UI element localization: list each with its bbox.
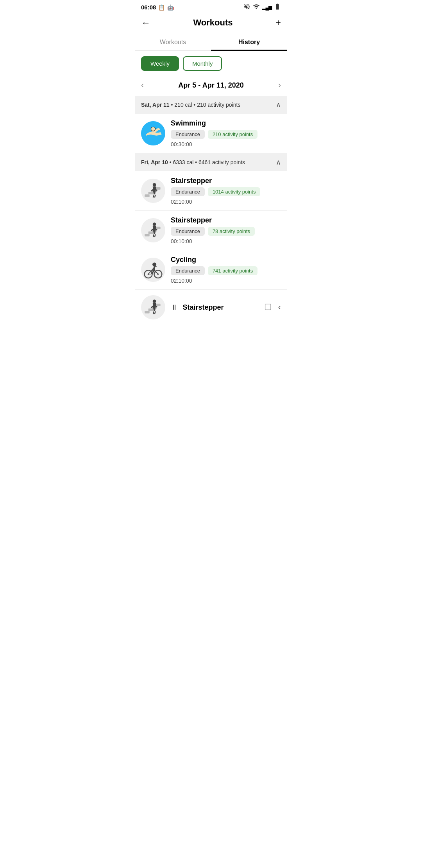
svg-point-33: [153, 299, 156, 303]
svg-rect-29: [145, 311, 149, 313]
collapse-fri[interactable]: ∧: [276, 158, 281, 167]
day-section-sat-apr-11: Sat, Apr 11 • 210 cal • 210 activity poi…: [135, 96, 287, 153]
svg-point-27: [152, 262, 156, 266]
battery-icon: [274, 3, 281, 11]
add-button[interactable]: +: [275, 18, 281, 27]
workout-item-swimming[interactable]: Swimming Endurance 210 activity points 0…: [135, 114, 287, 153]
stairstepper-3-name: Stairstepper: [182, 303, 224, 311]
next-week-button[interactable]: ›: [278, 80, 281, 90]
status-time: 06:08: [141, 4, 156, 11]
filter-weekly[interactable]: Weekly: [141, 56, 179, 71]
cycling-name: Cycling: [171, 256, 281, 264]
svg-rect-5: [145, 194, 149, 197]
day-points-sat: 210 activity points: [197, 102, 240, 108]
filter-row: Weekly Monthly: [135, 51, 287, 76]
stairstepper-2-duration: 00:10:00: [171, 238, 281, 244]
date-navigation: ‹ Apr 5 - Apr 11, 2020 ›: [135, 76, 287, 96]
svg-rect-16: [141, 258, 165, 282]
wifi-icon: [253, 3, 260, 11]
tab-history[interactable]: History: [211, 34, 287, 50]
stairstepper-2-category: Endurance: [171, 227, 205, 236]
pause-icon[interactable]: ⏸: [171, 303, 178, 311]
stairstepper-2-avatar: [141, 218, 165, 242]
day-header-sat: Sat, Apr 11 • 210 cal • 210 activity poi…: [135, 96, 287, 114]
tabs-container: Workouts History: [135, 34, 287, 51]
cycling-tags: Endurance 741 activity points: [171, 266, 281, 275]
swimming-duration: 00:30:00: [171, 141, 281, 147]
svg-point-2: [151, 127, 155, 131]
stairstepper-1-tags: Endurance 1014 activity points: [171, 187, 281, 196]
mute-icon: [243, 3, 250, 11]
android-icon: 🤖: [167, 4, 174, 11]
workout-item-cycling[interactable]: Cycling Endurance 741 activity points 02…: [135, 250, 287, 290]
stairstepper-2-points: 78 activity points: [208, 227, 255, 236]
workout-item-stairstepper-2[interactable]: Stairstepper Endurance 78 activity point…: [135, 211, 287, 250]
signal-icon: ▂▄▆: [262, 5, 272, 10]
svg-point-15: [153, 222, 156, 226]
cycling-category: Endurance: [171, 266, 205, 275]
day-header-fri: Fri, Apr 10 • 6333 cal • 6461 activity p…: [135, 153, 287, 171]
status-bar: 06:08 📋 🤖 ▂▄▆: [135, 0, 287, 13]
day-section-fri-apr-10: Fri, Apr 10 • 6333 cal • 6461 activity p…: [135, 153, 287, 323]
stairstepper-1-info: Stairstepper Endurance 1014 activity poi…: [171, 177, 281, 205]
day-points-fri: 6461 activity points: [198, 159, 245, 165]
svg-rect-32: [156, 304, 160, 306]
stairstepper-1-points: 1014 activity points: [208, 187, 261, 196]
day-cal-sat: 210 cal: [174, 102, 192, 108]
svg-rect-6: [148, 192, 153, 194]
svg-rect-30: [148, 308, 153, 311]
swimming-points: 210 activity points: [208, 130, 257, 139]
svg-rect-14: [156, 227, 160, 229]
cycling-avatar: [141, 258, 165, 282]
workout-item-stairstepper-1[interactable]: Stairstepper Endurance 1014 activity poi…: [135, 171, 287, 211]
day-label-fri: Fri, Apr 10: [141, 159, 168, 165]
stairstepper-1-duration: 02:10:00: [171, 199, 281, 205]
checkbox-icon[interactable]: ☐: [264, 302, 272, 312]
page-title: Workouts: [193, 18, 232, 28]
top-bar: ← Workouts +: [135, 13, 287, 34]
swimming-tags: Endurance 210 activity points: [171, 130, 281, 139]
stairstepper-1-avatar: [141, 179, 165, 203]
stairstepper-3-info: ⏸ Stairstepper ☐ ‹: [171, 302, 281, 312]
date-range-label: Apr 5 - Apr 11, 2020: [178, 81, 243, 90]
svg-point-9: [153, 183, 156, 187]
svg-rect-11: [145, 234, 149, 236]
tab-workouts[interactable]: Workouts: [135, 34, 211, 50]
stairstepper-1-category: Endurance: [171, 187, 205, 196]
stairstepper-3-avatar: [141, 295, 165, 319]
swimming-info: Swimming Endurance 210 activity points 0…: [171, 119, 281, 147]
filter-monthly[interactable]: Monthly: [183, 56, 222, 71]
workout-item-stairstepper-3-partial[interactable]: ⏸ Stairstepper ☐ ‹: [135, 290, 287, 323]
swimming-name: Swimming: [171, 119, 281, 127]
swimming-avatar: [141, 121, 165, 145]
stairstepper-2-info: Stairstepper Endurance 78 activity point…: [171, 216, 281, 244]
day-label-sat: Sat, Apr 11: [141, 102, 170, 108]
cycling-duration: 02:10:00: [171, 278, 281, 284]
svg-rect-12: [148, 231, 153, 234]
collapse-sat[interactable]: ∧: [276, 100, 281, 109]
swimming-category: Endurance: [171, 130, 205, 139]
back-button[interactable]: ←: [141, 18, 150, 27]
back-icon[interactable]: ‹: [278, 302, 281, 312]
svg-rect-8: [156, 187, 160, 190]
prev-week-button[interactable]: ‹: [141, 80, 144, 90]
day-cal-fri: 6333 cal: [173, 159, 193, 165]
stairstepper-1-name: Stairstepper: [171, 177, 281, 185]
cycling-points: 741 activity points: [208, 266, 257, 275]
stairstepper-2-name: Stairstepper: [171, 216, 281, 224]
cycling-info: Cycling Endurance 741 activity points 02…: [171, 256, 281, 284]
task-icon: 📋: [158, 4, 165, 11]
stairstepper-2-tags: Endurance 78 activity points: [171, 227, 281, 236]
